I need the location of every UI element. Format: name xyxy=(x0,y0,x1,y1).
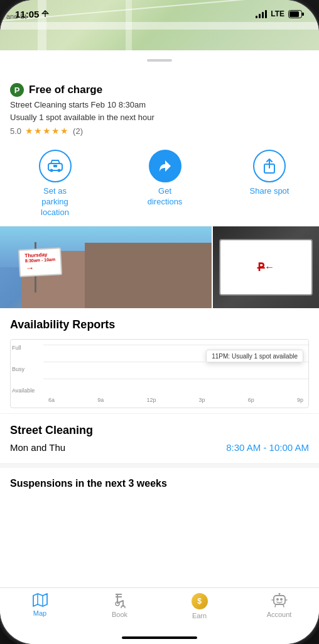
y-label-busy: Busy xyxy=(12,366,35,372)
y-label-available: Available xyxy=(12,387,35,394)
suspensions-title: Suspensions in the next 3 weeks xyxy=(10,478,309,489)
x-label-12p: 12p xyxy=(146,397,156,403)
clock: 11:05 xyxy=(15,9,39,19)
network-type: LTE xyxy=(271,9,284,18)
svg-line-22 xyxy=(275,604,276,607)
share-spot-label: Share spot xyxy=(250,186,289,197)
x-label-6p: 6p xyxy=(248,397,254,403)
book-icon xyxy=(114,593,126,608)
nav-account-label: Account xyxy=(267,611,292,618)
cleaning-time: 8:30 AM - 10:00 AM xyxy=(226,442,309,453)
home-indicator xyxy=(122,636,197,639)
no-parking-sign: P̶ ← xyxy=(219,239,313,296)
get-directions-label: Get directions xyxy=(140,186,190,208)
svg-point-17 xyxy=(280,598,283,601)
directions-icon-circle xyxy=(149,150,181,182)
availability-section: Availability Reports Full Busy Available xyxy=(0,308,319,413)
actions-row: Set as parking location Get directions xyxy=(0,147,319,226)
set-parking-label: Set as parking location xyxy=(30,186,80,218)
svg-point-6 xyxy=(57,169,60,172)
nav-earn-label: Earn xyxy=(192,612,207,619)
location-icon xyxy=(41,10,49,18)
svg-line-23 xyxy=(283,604,284,607)
chart-y-labels: Full Busy Available xyxy=(12,345,35,394)
earn-coin-icon: $ xyxy=(192,593,208,609)
battery-icon xyxy=(288,10,304,18)
get-directions-button[interactable]: Get directions xyxy=(140,150,190,218)
photo-main[interactable]: Thursday 8:30am - 10am → xyxy=(0,226,212,308)
x-label-6a: 6a xyxy=(48,397,55,403)
cleaning-title: Street Cleaning xyxy=(10,424,309,437)
x-label-9p: 9p xyxy=(297,397,303,403)
x-label-9a: 9a xyxy=(97,397,104,403)
rating-row: 5.0 ★★★★★ (2) xyxy=(10,126,309,136)
nav-account[interactable]: Account xyxy=(239,593,319,618)
share-icon-circle xyxy=(253,150,286,182)
nav-earn[interactable]: $ Earn xyxy=(160,593,239,619)
availability-title: Availability Reports xyxy=(10,318,309,331)
set-parking-button[interactable]: Set as parking location xyxy=(30,150,80,218)
free-label: Free of charge xyxy=(29,84,102,96)
y-label-full: Full xyxy=(12,345,35,351)
status-bar: 11:05 LTE xyxy=(0,0,319,28)
photo-thumbnail[interactable]: P̶ ← xyxy=(213,226,319,308)
street-sign: Thursday 8:30am - 10am → xyxy=(18,247,62,277)
nav-map-label: Map xyxy=(33,609,46,617)
svg-point-19 xyxy=(278,593,280,594)
account-icon xyxy=(271,593,288,608)
parking-icon-circle xyxy=(39,150,72,182)
nav-book-label: Book xyxy=(112,611,127,618)
map-icon xyxy=(33,593,48,607)
photos-row: Thursday 8:30am - 10am → P̶ ← xyxy=(0,226,319,308)
nav-book[interactable]: Book xyxy=(80,593,160,618)
rating-count: (2) xyxy=(73,126,83,136)
sheet-area xyxy=(0,50,319,62)
subtitle2: Usually 1 spot available in the next hou… xyxy=(10,112,309,123)
parking-badge-row: P Free of charge xyxy=(10,83,309,97)
svg-point-16 xyxy=(276,598,279,601)
parking-card: P Free of charge Street Cleaning starts … xyxy=(0,75,319,147)
svg-rect-7 xyxy=(53,165,57,167)
main-scroll[interactable]: P Free of charge Street Cleaning starts … xyxy=(0,75,319,587)
bottom-nav: Map Book $ Earn xyxy=(0,587,319,644)
rating-number: 5.0 xyxy=(10,126,21,136)
svg-rect-2 xyxy=(289,11,299,17)
chart-container: Full Busy Available xyxy=(10,339,309,408)
star-rating: ★★★★★ xyxy=(25,126,69,136)
cleaning-days: Mon and Thu xyxy=(10,442,65,453)
status-icons: LTE xyxy=(256,9,304,18)
chart-bars: 11PM: Usually 1 spot available xyxy=(48,345,303,395)
cleaning-row: Mon and Thu 8:30 AM - 10:00 AM xyxy=(10,442,309,453)
x-label-3p: 3p xyxy=(199,397,205,403)
svg-point-5 xyxy=(50,169,53,172)
sheet-handle xyxy=(147,59,172,62)
chart-x-labels: 6a 9a 12p 3p 6p 9p xyxy=(48,395,303,403)
p-badge: P xyxy=(10,83,24,97)
signal-bars xyxy=(256,10,267,18)
subtitle1: Street Cleaning starts Feb 10 8:30am xyxy=(10,99,309,111)
suspensions-section: Suspensions in the next 3 weeks xyxy=(0,463,319,499)
nav-map[interactable]: Map xyxy=(0,593,80,617)
svg-rect-3 xyxy=(302,13,304,16)
share-spot-button[interactable]: Share spot xyxy=(250,150,289,218)
status-time: 11:05 xyxy=(15,9,49,19)
street-cleaning-section: Street Cleaning Mon and Thu 8:30 AM - 10… xyxy=(0,413,319,463)
directions-arrow-icon xyxy=(157,158,173,174)
car-icon xyxy=(47,159,63,173)
share-icon xyxy=(262,158,276,174)
chart-tooltip: 11PM: Usually 1 spot available xyxy=(206,350,303,363)
